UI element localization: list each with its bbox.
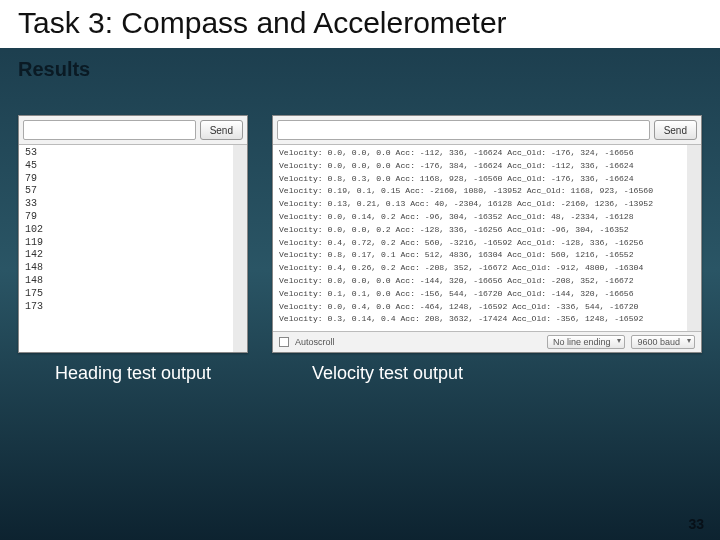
autoscroll-checkbox[interactable] [279,337,289,347]
heading-output-panel: Send 534579573379102119142148148175173 [18,115,248,353]
heading-line: 148 [25,262,227,275]
line-ending-select[interactable]: No line ending [547,335,626,349]
velocity-line: Velocity: 0.0, 0.0, 0.2 Acc: -128, 336, … [279,224,681,237]
velocity-line: Velocity: 0.0, 0.14, 0.2 Acc: -96, 304, … [279,211,681,224]
velocity-input[interactable] [277,120,650,140]
heading-panel-toolbar: Send [19,116,247,145]
velocity-line: Velocity: 0.3, 0.14, 0.4 Acc: 208, 3632,… [279,313,681,326]
heading-line: 148 [25,275,227,288]
heading-send-button[interactable]: Send [200,120,243,140]
velocity-output-body: Velocity: 0.0, 0.0, 0.0 Acc: -112, 336, … [273,145,701,331]
output-panels: Send 534579573379102119142148148175173 S… [0,81,720,353]
slide-number: 33 [688,516,704,532]
velocity-line: Velocity: 0.1, 0.1, 0.0 Acc: -156, 544, … [279,288,681,301]
velocity-line: Velocity: 0.0, 0.4, 0.0 Acc: -464, 1248,… [279,301,681,314]
heading-line: 173 [25,301,227,314]
velocity-line: Velocity: 0.4, 0.72, 0.2 Acc: 560, -3216… [279,237,681,250]
velocity-panel-toolbar: Send [273,116,701,145]
velocity-line: Velocity: 0.0, 0.0, 0.0 Acc: -144, 320, … [279,275,681,288]
slide-title: Task 3: Compass and Accelerometer [0,0,720,48]
heading-input[interactable] [23,120,196,140]
heading-output-body: 534579573379102119142148148175173 [19,145,247,352]
heading-line: 79 [25,173,227,186]
velocity-line: Velocity: 0.8, 0.3, 0.0 Acc: 1168, 928, … [279,173,681,186]
heading-line: 45 [25,160,227,173]
heading-line: 33 [25,198,227,211]
slide-subtitle: Results [0,48,720,81]
heading-line: 119 [25,237,227,250]
velocity-caption: Velocity test output [272,363,702,384]
velocity-line: Velocity: 0.19, 0.1, 0.15 Acc: -2160, 10… [279,185,681,198]
heading-line: 102 [25,224,227,237]
heading-line: 142 [25,249,227,262]
velocity-line: Velocity: 0.0, 0.0, 0.0 Acc: -176, 384, … [279,160,681,173]
heading-line: 57 [25,185,227,198]
velocity-output-panel: Send Velocity: 0.0, 0.0, 0.0 Acc: -112, … [272,115,702,353]
baud-select[interactable]: 9600 baud [631,335,695,349]
velocity-line: Velocity: 0.8, 0.17, 0.1 Acc: 512, 4836,… [279,249,681,262]
velocity-line: Velocity: 0.13, 0.21, 0.13 Acc: 40, -230… [279,198,681,211]
velocity-panel-footer: Autoscroll No line ending 9600 baud [273,331,701,352]
heading-line: 175 [25,288,227,301]
velocity-send-button[interactable]: Send [654,120,697,140]
heading-caption: Heading test output [18,363,248,384]
panel-captions: Heading test output Velocity test output [0,353,720,384]
heading-line: 79 [25,211,227,224]
heading-line: 53 [25,147,227,160]
velocity-line: Velocity: 0.4, 0.26, 0.2 Acc: -208, 352,… [279,262,681,275]
autoscroll-label: Autoscroll [295,337,335,347]
velocity-line: Velocity: 0.0, 0.0, 0.0 Acc: -112, 336, … [279,147,681,160]
